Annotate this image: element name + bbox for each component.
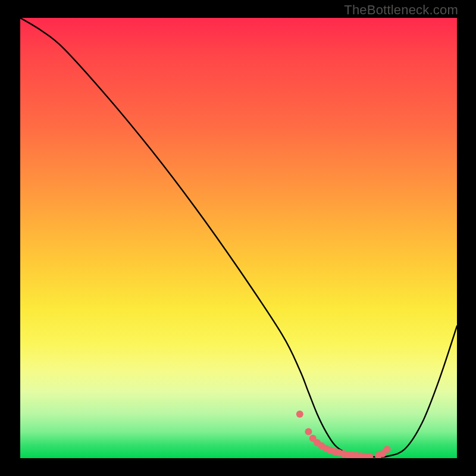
attribution-text: TheBottleneck.com [344, 2, 458, 18]
plot-area [20, 18, 457, 458]
flat-bottom-dot [305, 428, 312, 436]
flat-bottom-dot [384, 446, 391, 453]
curve-svg [20, 18, 457, 458]
chart-frame: TheBottleneck.com [0, 0, 476, 476]
flat-bottom-dot [296, 411, 303, 418]
bottleneck-curve-path [20, 18, 457, 457]
flat-bottom-dots-group [296, 411, 391, 458]
